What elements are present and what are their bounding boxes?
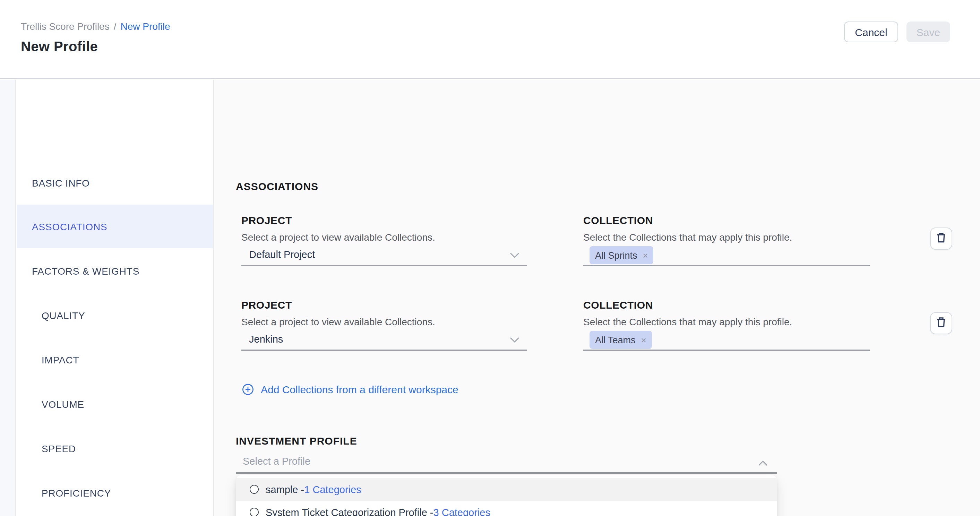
sidebar-item-associations[interactable]: ASSOCIATIONS (17, 205, 213, 248)
page-title: New Profile (21, 39, 98, 55)
collection-label: COLLECTION (583, 299, 653, 311)
select-underline (583, 265, 870, 266)
trash-icon (935, 316, 947, 330)
collection-tag: All Teams × (590, 331, 652, 349)
plus-circle-icon (242, 384, 254, 395)
collection-label: COLLECTION (583, 214, 653, 226)
sidebar-item-impact[interactable]: IMPACT (17, 338, 213, 381)
collection-tag: All Sprints × (590, 246, 654, 264)
add-collections-label: Add Collections from a different workspa… (261, 384, 458, 395)
chevron-down-icon (509, 252, 520, 259)
delete-association-button[interactable] (930, 312, 952, 334)
option-categories-link[interactable]: 3 Categories (433, 506, 490, 516)
project-label: PROJECT (241, 214, 292, 226)
sidebar-item-speed[interactable]: SPEED (17, 427, 213, 470)
radio-icon[interactable] (250, 485, 259, 494)
project-select[interactable]: Default Project (249, 249, 315, 260)
option-name: sample - (266, 484, 304, 495)
sidebar-item-quality[interactable]: QUALITY (17, 293, 213, 337)
sidebar-item-factors-weights[interactable]: FACTORS & WEIGHTS (17, 249, 213, 293)
cancel-button[interactable]: Cancel (844, 21, 898, 42)
project-select[interactable]: Jenkins (249, 334, 283, 345)
project-hint: Select a project to view available Colle… (241, 232, 435, 243)
select-underline (583, 350, 870, 350)
dropdown-option-sample[interactable]: sample - 1 Categories (236, 478, 777, 501)
collection-tag-label: All Teams (595, 334, 636, 345)
select-underline (241, 265, 527, 266)
association-row: PROJECT Select a project to view availab… (214, 209, 980, 288)
header-actions: Cancel Save (844, 21, 950, 42)
project-field: PROJECT Select a project to view availab… (241, 209, 527, 288)
collection-hint: Select the Collections that may apply th… (583, 316, 792, 327)
dropdown-option-system-ticket[interactable]: System Ticket Categorization Profile - 3… (236, 501, 777, 516)
page: Trellis Score Profiles/New Profile New P… (0, 0, 980, 516)
collection-field: COLLECTION Select the Collections that m… (583, 293, 870, 373)
delete-association-button[interactable] (930, 228, 952, 250)
tag-remove-icon[interactable]: × (643, 251, 648, 260)
sidebar: BASIC INFO ASSOCIATIONS FACTORS & WEIGHT… (0, 80, 214, 516)
option-name: System Ticket Categorization Profile - (266, 506, 433, 516)
chevron-up-icon (757, 457, 768, 464)
trash-icon (935, 231, 947, 246)
tag-remove-icon[interactable]: × (641, 335, 646, 344)
page-header: Trellis Score Profiles/New Profile New P… (0, 0, 980, 79)
project-field: PROJECT Select a project to view availab… (241, 293, 527, 373)
project-label: PROJECT (241, 299, 292, 311)
add-collections-link[interactable]: Add Collections from a different workspa… (242, 384, 458, 395)
main-content: ASSOCIATIONS PROJECT Select a project to… (214, 80, 980, 516)
investment-profile-select[interactable]: Select a Profile (236, 448, 777, 474)
sidebar-item-basic-info[interactable]: BASIC INFO (17, 161, 213, 205)
associations-section-title: ASSOCIATIONS (236, 180, 318, 192)
option-categories-link[interactable]: 1 Categories (304, 484, 361, 495)
investment-profile-dropdown: sample - 1 Categories System Ticket Cate… (236, 475, 777, 516)
sidebar-left-strip (0, 80, 16, 516)
investment-profile-title: INVESTMENT PROFILE (236, 435, 357, 447)
radio-icon[interactable] (250, 508, 259, 516)
chevron-down-icon (509, 336, 520, 343)
collection-tag-label: All Sprints (595, 250, 637, 260)
breadcrumb: Trellis Score Profiles/New Profile (21, 21, 170, 32)
sidebar-item-proficiency[interactable]: PROFICIENCY (17, 471, 213, 514)
save-button[interactable]: Save (907, 21, 950, 42)
collection-hint: Select the Collections that may apply th… (583, 232, 792, 243)
project-hint: Select a project to view available Colle… (241, 316, 435, 327)
breadcrumb-current-link[interactable]: New Profile (121, 21, 170, 32)
breadcrumb-parent-link[interactable]: Trellis Score Profiles (21, 21, 110, 32)
select-underline (241, 350, 527, 350)
investment-profile-placeholder: Select a Profile (243, 455, 310, 467)
breadcrumb-separator: / (114, 21, 116, 32)
collection-field: COLLECTION Select the Collections that m… (583, 209, 870, 288)
sidebar-item-volume[interactable]: VOLUME (17, 382, 213, 426)
association-row: PROJECT Select a project to view availab… (214, 293, 980, 373)
